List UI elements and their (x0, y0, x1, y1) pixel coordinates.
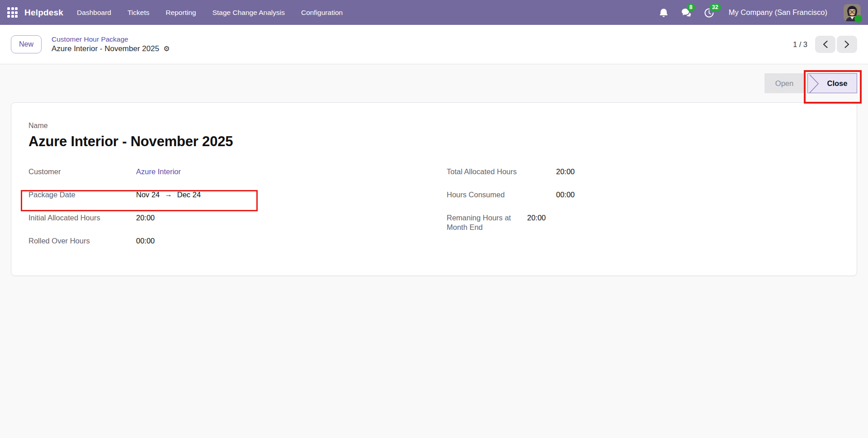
notifications-bell-icon[interactable] (658, 7, 669, 18)
date-range-arrow-icon: → (165, 190, 172, 199)
pager-previous-button[interactable] (815, 36, 835, 53)
remaining-hours-value: 20:00 (527, 213, 546, 223)
activities-clock-icon[interactable]: 32 (703, 7, 714, 18)
record-name-value[interactable]: Azure Interior - November 2025 (28, 133, 839, 150)
control-panel: New Customer Hour Package Azure Interior… (0, 25, 868, 64)
package-date-end[interactable]: Dec 24 (177, 190, 201, 200)
name-field-label: Name (28, 122, 839, 130)
stage-open-button[interactable]: Open (764, 73, 804, 93)
menu-item-configuration[interactable]: Configuration (301, 9, 343, 17)
package-date-start[interactable]: Nov 24 (136, 190, 160, 200)
menu-item-dashboard[interactable]: Dashboard (77, 9, 111, 17)
apps-grid-icon[interactable] (7, 7, 18, 18)
initial-allocated-hours-label: Initial Allocated Hours (28, 213, 136, 223)
field-column-right: Total Allocated Hours 20:00 Hours Consum… (447, 167, 575, 259)
customer-field-label: Customer (28, 167, 136, 176)
stage-close-button[interactable]: Close (807, 73, 857, 93)
total-allocated-hours-value: 20:00 (556, 167, 575, 176)
remaining-hours-label: Remaning Hours at Month End (447, 213, 527, 232)
menu-item-tickets[interactable]: Tickets (127, 9, 150, 17)
top-navbar: Helpdesk Dashboard Tickets Reporting Sta… (0, 0, 868, 25)
field-row-total-allocated-hours: Total Allocated Hours 20:00 (447, 167, 575, 176)
menu-item-reporting[interactable]: Reporting (165, 9, 196, 17)
company-switcher[interactable]: My Company (San Francisco) (729, 8, 827, 17)
new-button[interactable]: New (11, 35, 42, 53)
total-allocated-hours-label: Total Allocated Hours (447, 167, 556, 176)
hours-consumed-value: 00:00 (556, 190, 575, 200)
messages-icon[interactable]: 8 (681, 7, 692, 18)
app-name[interactable]: Helpdesk (24, 8, 63, 18)
online-status-dot (854, 15, 862, 23)
statusbar-row: Open Close (0, 64, 868, 102)
gear-icon[interactable]: ⚙ (163, 45, 170, 52)
navbar-systray: 8 32 My Company (San Francisco) (658, 4, 861, 21)
breadcrumb-parent-link[interactable]: Customer Hour Package (52, 35, 170, 43)
field-row-initial-allocated-hours: Initial Allocated Hours 20:00 (28, 213, 447, 223)
field-row-remaining-hours: Remaning Hours at Month End 20:00 (447, 213, 575, 232)
field-row-package-date: Package Date Nov 24 → Dec 24 (28, 190, 447, 200)
stage-close-label: Close (827, 79, 848, 88)
field-groups: Customer Azure Interior Package Date Nov… (28, 167, 839, 259)
breadcrumb: Customer Hour Package Azure Interior - N… (52, 35, 170, 53)
rolled-over-hours-value[interactable]: 00:00 (136, 236, 155, 246)
main-menu: Dashboard Tickets Reporting Stage Change… (77, 9, 343, 17)
customer-link[interactable]: Azure Interior (136, 167, 181, 176)
field-column-left: Customer Azure Interior Package Date Nov… (28, 167, 447, 259)
record-pager: 1 / 3 (793, 36, 857, 53)
field-row-customer: Customer Azure Interior (28, 167, 447, 176)
activities-count-badge: 32 (709, 4, 721, 11)
pager-counter: 1 / 3 (793, 40, 807, 49)
form-sheet: Name Azure Interior - November 2025 Cust… (11, 102, 857, 276)
stage-arrow-icon (809, 74, 820, 93)
hours-consumed-label: Hours Consumed (447, 190, 556, 200)
field-row-rolled-over-hours: Rolled Over Hours 00:00 (28, 236, 447, 246)
package-date-field-label: Package Date (28, 190, 136, 200)
breadcrumb-current-record: Azure Interior - November 2025 (52, 44, 159, 53)
pager-next-button[interactable] (837, 36, 857, 53)
user-avatar[interactable] (844, 4, 861, 21)
menu-item-stage-change-analysis[interactable]: Stage Change Analysis (212, 9, 285, 17)
rolled-over-hours-label: Rolled Over Hours (28, 236, 136, 246)
field-row-hours-consumed: Hours Consumed 00:00 (447, 190, 575, 200)
messages-count-badge: 8 (687, 4, 695, 11)
initial-allocated-hours-value[interactable]: 20:00 (136, 213, 155, 223)
